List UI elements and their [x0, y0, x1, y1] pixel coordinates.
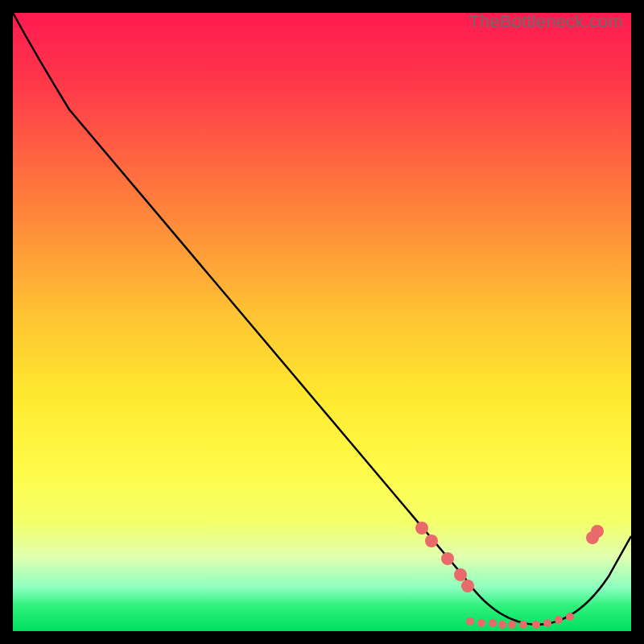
curve-marker	[415, 522, 428, 535]
chart-frame: TheBottleneck.com	[13, 13, 631, 631]
curve-marker	[461, 580, 474, 592]
curve-marker	[498, 621, 506, 629]
curve-marker	[555, 616, 563, 624]
chart-svg	[13, 13, 631, 631]
curve-line	[13, 13, 631, 625]
curve-marker	[425, 535, 438, 547]
curve-marker	[489, 619, 497, 627]
curve-marker	[543, 619, 551, 627]
curve-marker	[466, 617, 474, 625]
curve-marker	[454, 568, 467, 581]
curve-marker	[441, 552, 454, 565]
curve-marker	[566, 613, 574, 621]
curve-marker	[532, 621, 540, 629]
curve-marker	[508, 621, 516, 629]
curve-marker	[519, 621, 527, 629]
curve-marker	[477, 619, 485, 627]
curve-marker	[591, 525, 604, 538]
